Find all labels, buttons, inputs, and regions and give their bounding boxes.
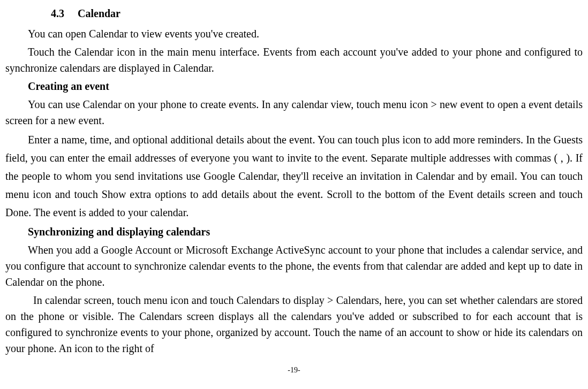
paragraph-intro-2: Touch the Calendar icon in the main menu… [5, 44, 583, 76]
paragraph-creating-1: You can use Calendar on your phone to cr… [5, 96, 583, 128]
paragraph-sync-1: When you add a Google Account or Microso… [5, 242, 583, 290]
paragraph-intro-1: You can open Calendar to view events you… [5, 26, 583, 42]
subheading-sync: Synchronizing and displaying calendars [5, 224, 583, 240]
section-heading: 4.3Calendar [51, 5, 583, 21]
section-title: Calendar [78, 7, 120, 19]
paragraph-sync-2: In calendar screen, touch menu icon and … [5, 292, 583, 356]
paragraph-creating-2: Enter a name, time, and optional additio… [5, 131, 583, 222]
section-number: 4.3 [51, 7, 64, 19]
subheading-creating-event: Creating an event [5, 78, 583, 94]
page-number: -19- [5, 364, 583, 376]
